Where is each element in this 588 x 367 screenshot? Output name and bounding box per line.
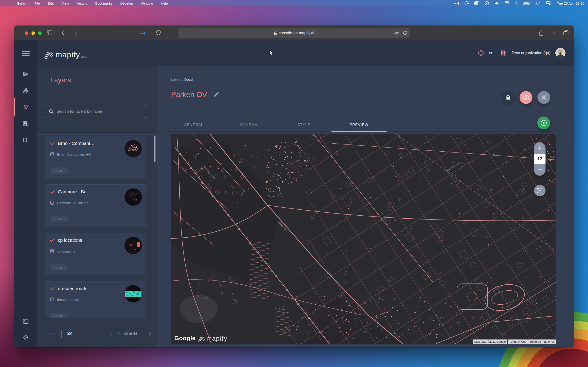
delete-button[interactable]	[502, 91, 515, 104]
menu-file[interactable]: File	[35, 1, 40, 5]
hamburger-menu-icon[interactable]	[22, 51, 30, 57]
layer-list: Brno - Compani… Brno - Companies HQ No l…	[37, 134, 157, 318]
sidebar-toggle-icon[interactable]	[46, 30, 52, 36]
forward-button[interactable]	[74, 30, 78, 36]
app-logo: mapify beta	[44, 50, 87, 59]
search-input[interactable]	[57, 109, 142, 114]
privacy-shield-icon[interactable]	[156, 30, 161, 36]
language-globe-icon[interactable]	[478, 50, 484, 56]
url-text: console-qa.mapify.ai	[279, 31, 314, 35]
reload-icon[interactable]	[403, 31, 407, 35]
nav-datasets-icon[interactable]	[23, 71, 29, 78]
close-window-button[interactable]	[25, 31, 28, 35]
prev-page-icon[interactable]	[110, 332, 112, 336]
translate-icon[interactable]: A	[394, 31, 399, 35]
label-badge: No label	[50, 313, 68, 318]
label-badge: No label	[50, 167, 68, 174]
header-right: en firstx organization (qa)	[478, 40, 565, 66]
close-detail-button[interactable]	[537, 91, 550, 104]
save-button[interactable]	[519, 91, 532, 104]
play-circle-icon[interactable]	[485, 1, 489, 6]
organization-name[interactable]: firstx organization (qa)	[512, 51, 550, 55]
tab-overview-icon[interactable]	[563, 30, 569, 36]
creative-cloud-icon[interactable]	[464, 1, 469, 6]
search-icon	[49, 109, 54, 114]
report-map-error-link[interactable]: Report a map error	[528, 340, 556, 344]
nav-organizations-icon[interactable]	[23, 121, 29, 127]
keyboard-icon[interactable]	[474, 1, 479, 5]
dataset-icon	[50, 200, 54, 205]
menu-develop[interactable]: Develop	[120, 1, 133, 5]
mapify-logo-icon	[44, 50, 53, 59]
language-label[interactable]: en	[489, 51, 493, 55]
zoom-in-button[interactable]	[534, 142, 545, 154]
menu-help[interactable]: Help	[161, 1, 168, 5]
zoom-window-button[interactable]	[38, 31, 42, 35]
nav-hierarchy-icon[interactable]	[23, 88, 29, 94]
menubar-clock[interactable]: Tue 20 Apr 18:35	[557, 1, 584, 5]
user-avatar[interactable]	[555, 48, 565, 58]
terms-of-use-link[interactable]: Terms of Use	[508, 340, 528, 344]
app-menus: Safari File Edit View History Bookmarks …	[17, 1, 168, 5]
page-range: 1 – 44 of 44	[110, 332, 151, 336]
tab-general[interactable]: GENERAL	[166, 119, 221, 131]
control-center-icon[interactable]	[546, 1, 551, 5]
bluetooth-icon[interactable]	[515, 1, 518, 6]
layers-search[interactable]	[45, 105, 146, 118]
tab-schema[interactable]: SCHEMA	[221, 119, 276, 131]
map-preview[interactable]: Filosofgangen Øster Allé Serridslevvej G…	[171, 134, 556, 344]
mapify-watermark-text: mapify	[207, 335, 228, 342]
layer-thumbnail	[124, 285, 142, 302]
extension-dots-icon[interactable]: •••|	[140, 32, 145, 35]
mouse-cursor	[269, 50, 274, 57]
wifi-icon[interactable]	[536, 1, 540, 5]
volume-icon[interactable]	[494, 1, 499, 5]
back-button[interactable]	[61, 30, 65, 36]
recenter-button[interactable]	[534, 185, 545, 196]
check-icon	[50, 238, 55, 242]
menu-view[interactable]: View	[61, 1, 69, 5]
notes-window-icon[interactable]	[505, 1, 509, 5]
organization-icon[interactable]	[501, 50, 507, 56]
list-scrollbar[interactable]	[154, 135, 156, 162]
page-size-input[interactable]: 100	[61, 329, 77, 339]
minimize-window-button[interactable]	[32, 31, 35, 35]
run-preview-button[interactable]	[537, 117, 550, 129]
edit-pencil-icon[interactable]	[213, 92, 219, 98]
share-icon[interactable]	[539, 30, 544, 37]
google-logo[interactable]: Google	[174, 335, 196, 342]
zoom-out-button[interactable]	[534, 164, 545, 176]
menu-window[interactable]: Window	[141, 1, 153, 5]
next-page-icon[interactable]	[149, 332, 151, 336]
map-data-attribution: Map data ©2021 Google	[473, 340, 507, 344]
breadcrumb-current: Detail	[184, 77, 193, 81]
battery-icon[interactable]	[523, 2, 530, 5]
nav-maps-icon[interactable]	[23, 137, 29, 144]
layer-card-cp-locations[interactable]: cp locations cp locations No label	[45, 233, 146, 275]
breadcrumb-parent[interactable]: Layers	[171, 77, 182, 81]
mapify-watermark: mapify	[198, 335, 228, 342]
menu-history[interactable]: History	[77, 1, 87, 5]
nav-console-icon[interactable]	[23, 318, 29, 325]
settings-gear-icon[interactable]	[23, 334, 29, 341]
layer-card-brno[interactable]: Brno - Compani… Brno - Companies HQ No l…	[45, 136, 146, 178]
layer-card-canmore[interactable]: Canmore - Buil… Canmore - Buildings No l…	[45, 184, 146, 227]
dataset-name: Canmore - Buildings	[57, 201, 88, 205]
address-bar[interactable]: console-qa.mapify.ai A	[178, 28, 410, 38]
dataset-name: Brno - Companies HQ	[57, 152, 91, 156]
layer-card-dresden-roads[interactable]: dresden roads dresden roads No label	[45, 281, 146, 318]
menu-edit[interactable]: Edit	[48, 1, 54, 5]
nav-layers-icon[interactable]	[23, 104, 29, 111]
menu-safari[interactable]: Safari	[17, 1, 27, 5]
input-menu-icon[interactable]: •••|	[454, 2, 459, 5]
layer-thumbnail	[124, 237, 142, 254]
new-tab-icon[interactable]	[552, 31, 556, 36]
active-nav-indicator	[14, 98, 15, 116]
tab-preview[interactable]: PREVIEW	[331, 119, 387, 131]
page-title: Parken OV	[171, 90, 207, 99]
dataset-icon	[50, 152, 54, 157]
app-logo-text: mapify	[56, 50, 80, 59]
menu-bookmarks[interactable]: Bookmarks	[95, 1, 112, 5]
check-icon	[50, 190, 55, 194]
tab-style[interactable]: STYLE	[276, 119, 331, 131]
